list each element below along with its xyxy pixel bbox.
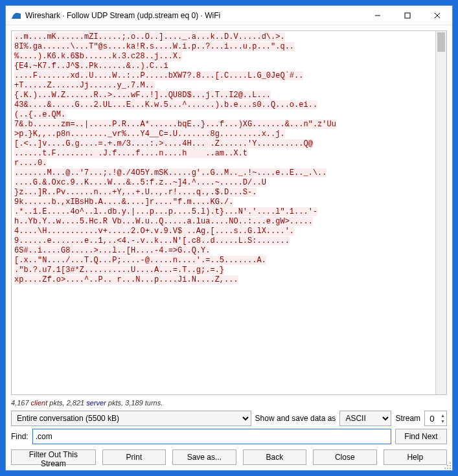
svg-rect-1 bbox=[405, 13, 410, 18]
encoding-select[interactable]: ASCII bbox=[339, 411, 391, 426]
conversation-select[interactable]: Entire conversation (5500 kB) bbox=[11, 411, 251, 426]
conversation-row: Entire conversation (5500 kB) Show and s… bbox=[11, 411, 447, 426]
minimize-button[interactable] bbox=[363, 6, 393, 25]
stream-label: Stream bbox=[395, 414, 420, 423]
button-row: Filter Out This Stream Print Save as... … bbox=[11, 449, 447, 465]
back-button[interactable]: Back bbox=[243, 449, 306, 465]
content-area: ..m....mK......mZI.....;.o..O..]...._.a.… bbox=[6, 25, 452, 470]
save-as-button[interactable]: Save as... bbox=[172, 449, 236, 465]
client-label: client bbox=[31, 399, 48, 407]
find-row: Find: Find Next bbox=[11, 429, 447, 444]
packet-stats: 4,167 client pkts, 2,821 server pkts, 3,… bbox=[11, 398, 447, 408]
wireshark-icon bbox=[11, 10, 21, 21]
chevron-down-icon: ▼ bbox=[441, 418, 445, 424]
close-dialog-button[interactable]: Close bbox=[313, 449, 376, 465]
main-window: Wireshark · Follow UDP Stream (udp.strea… bbox=[5, 5, 453, 471]
server-label: server bbox=[86, 399, 106, 407]
stream-textbox[interactable]: ..m....mK......mZI.....;.o..O..]...._.a.… bbox=[11, 30, 447, 395]
filter-out-button[interactable]: Filter Out This Stream bbox=[11, 449, 96, 465]
show-data-label: Show and save data as bbox=[255, 414, 336, 423]
find-next-button[interactable]: Find Next bbox=[395, 429, 447, 444]
find-label: Find: bbox=[11, 432, 29, 441]
close-button[interactable] bbox=[422, 6, 452, 25]
window-title: Wireshark · Follow UDP Stream (udp.strea… bbox=[25, 11, 363, 20]
stream-number-spinner[interactable]: ▲▼ bbox=[424, 411, 447, 426]
maximize-button[interactable] bbox=[393, 6, 422, 25]
stream-content: ..m....mK......mZI.....;.o..O..]...._.a.… bbox=[12, 31, 446, 286]
scrollbar[interactable] bbox=[435, 31, 446, 394]
help-button[interactable]: Help bbox=[384, 449, 447, 465]
titlebar: Wireshark · Follow UDP Stream (udp.strea… bbox=[6, 6, 452, 25]
print-button[interactable]: Print bbox=[102, 449, 166, 465]
find-input[interactable] bbox=[32, 429, 391, 444]
window-controls bbox=[363, 6, 452, 25]
chevron-up-icon: ▲ bbox=[441, 413, 445, 418]
stream-number-input[interactable] bbox=[425, 412, 439, 425]
scrollbar-thumb[interactable] bbox=[437, 32, 445, 52]
